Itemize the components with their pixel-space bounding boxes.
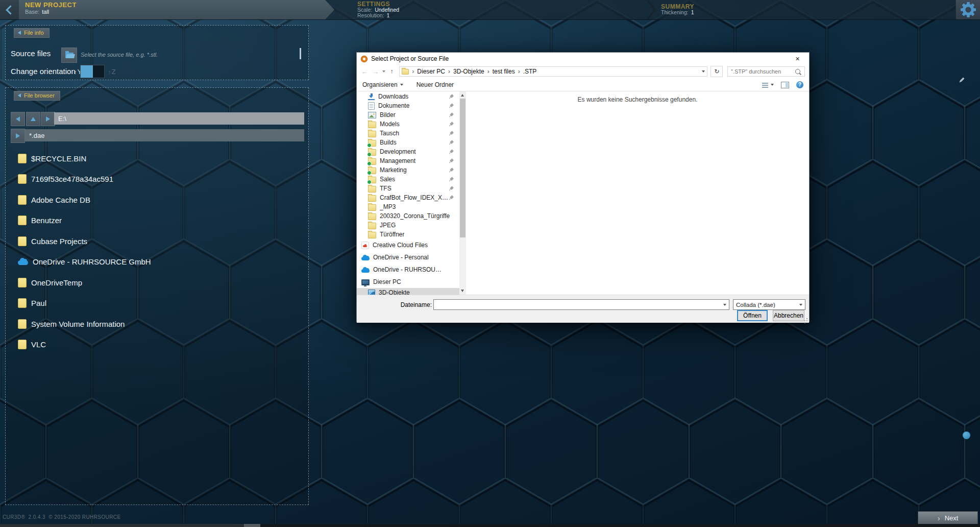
dialog-file-area[interactable]: Es wurden keine Suchergebnisse gefunden.: [466, 91, 809, 295]
filter-input[interactable]: [25, 129, 304, 141]
arrow-right-icon: →: [372, 68, 379, 76]
change-view-button[interactable]: [762, 82, 774, 88]
folder-icon: [18, 236, 27, 246]
pin-icon: [447, 185, 455, 193]
nav-item[interactable]: 200320_Corona_Türgriffe: [357, 211, 459, 221]
wizard-step-settings[interactable]: SETTINGS Scale:Undefined Resolution:1: [357, 0, 399, 19]
preview-pane-button[interactable]: [781, 82, 789, 88]
orientation-toggle[interactable]: [80, 65, 105, 78]
back-button[interactable]: [0, 0, 19, 19]
nav-item[interactable]: Marketing: [357, 165, 459, 175]
file-entry[interactable]: System Volume Information: [6, 314, 308, 334]
nav-forward-button[interactable]: →: [371, 68, 380, 76]
file-info-section-button[interactable]: File info: [14, 28, 50, 38]
refresh-button[interactable]: ↻: [710, 66, 723, 77]
nav-item[interactable]: Türöffner: [357, 230, 459, 239]
file-entry[interactable]: OneDriveTemp: [6, 272, 308, 293]
nav-item[interactable]: Management: [357, 156, 459, 165]
nav-scrollbar[interactable]: [459, 91, 466, 295]
open-button[interactable]: Öffnen: [737, 310, 768, 321]
views-icon: [762, 83, 768, 88]
recent-locations-caret-icon[interactable]: [382, 70, 385, 73]
browser-forward-button[interactable]: [41, 112, 55, 126]
search-icon: [795, 69, 800, 74]
folder-icon: [368, 195, 376, 202]
zoom-slider-knob[interactable]: [963, 432, 970, 439]
close-button[interactable]: ×: [786, 53, 809, 65]
breadcrumb-segment[interactable]: › test files: [484, 68, 515, 75]
file-entry[interactable]: Adobe Cache DB: [6, 189, 308, 210]
nav-item[interactable]: CrafBot_Flow_IDEX_XL_AME: [357, 193, 459, 202]
horizontal-scrollbar[interactable]: [0, 524, 980, 527]
file-entry[interactable]: Cubase Projects: [6, 231, 308, 252]
address-bar[interactable]: › Dieser PC › 3D-Objekte › test files: [399, 66, 707, 77]
scroll-up-arrow-icon[interactable]: [461, 94, 464, 97]
file-entry[interactable]: 7169f53ce478a34ac591: [6, 169, 308, 190]
filetype-dropdown[interactable]: Collada (*.dae): [733, 299, 805, 310]
search-input[interactable]: [730, 68, 795, 75]
creative-cloud-icon: [361, 242, 369, 249]
nav-back-button[interactable]: ←: [360, 68, 369, 76]
nav-item[interactable]: OneDrive - RUHRSOURCE GmbH: [357, 264, 459, 276]
wizard-step-new-project[interactable]: NEW PROJECT Base:tall: [19, 0, 334, 19]
nav-item[interactable]: Tausch: [357, 129, 459, 138]
folder-icon: [18, 319, 27, 329]
nav-item[interactable]: OneDrive - Personal: [357, 251, 459, 264]
nav-item[interactable]: Development: [357, 147, 459, 156]
search-box: [727, 66, 805, 77]
file-entry[interactable]: $RECYCLE.BIN: [6, 148, 308, 169]
nav-item-label: Models: [380, 121, 400, 128]
breadcrumb-segment[interactable]: › Dieser PC: [409, 68, 445, 75]
folder-icon: [18, 340, 27, 349]
breadcrumb-segment[interactable]: › .STP: [515, 68, 537, 75]
resize-grip[interactable]: [803, 317, 807, 321]
panel-scrollbar-thumb[interactable]: [300, 48, 301, 59]
scroll-down-arrow-icon[interactable]: [461, 290, 464, 292]
nav-item[interactable]: Creative Cloud Files: [357, 239, 459, 251]
file-entry[interactable]: Paul: [6, 293, 308, 314]
cancel-button[interactable]: Abbrechen: [773, 310, 804, 321]
file-entry[interactable]: Benutzer: [6, 210, 308, 231]
apply-filter-button[interactable]: [11, 129, 25, 143]
nav-item[interactable]: Downloads: [357, 92, 459, 101]
dialog-titlebar[interactable]: Select Project or Source File ×: [357, 53, 809, 65]
wizard-step-summary[interactable]: SUMMARY Thickening:1: [661, 0, 694, 19]
file-entry[interactable]: OneDrive - RUHRSOURCE GmbH: [6, 252, 308, 273]
scrollbar-thumb[interactable]: [460, 99, 465, 237]
nav-item[interactable]: 3D-Objekte: [357, 288, 459, 295]
folder-sync-icon: [368, 177, 376, 183]
nav-item[interactable]: _MP3: [357, 202, 459, 211]
next-button[interactable]: › Next: [918, 511, 978, 525]
nav-item[interactable]: Builds: [357, 138, 459, 147]
file-entry[interactable]: VLC: [6, 334, 308, 355]
arrow-right-icon: [46, 116, 50, 122]
nav-item[interactable]: Dokumente: [357, 101, 459, 110]
settings-gear-button[interactable]: [955, 0, 980, 19]
nav-item[interactable]: Dieser PC: [357, 276, 459, 288]
open-source-file-button[interactable]: [61, 47, 77, 63]
browser-up-button[interactable]: [26, 112, 40, 126]
browser-back-button[interactable]: [11, 112, 25, 126]
arrow-left-icon: [16, 116, 20, 122]
toggle-knob[interactable]: [81, 65, 93, 78]
chevron-down-icon[interactable]: [723, 304, 726, 306]
nav-item[interactable]: Sales: [357, 175, 459, 184]
folder-icon: [18, 278, 27, 288]
new-folder-button[interactable]: Neuer Ordner: [416, 81, 454, 88]
address-dropdown-caret-icon[interactable]: [702, 70, 705, 73]
breadcrumb-segment[interactable]: › 3D-Objekte: [445, 68, 484, 75]
nav-item[interactable]: Bilder: [357, 110, 459, 119]
help-icon[interactable]: [796, 81, 803, 88]
nav-item[interactable]: JPEG: [357, 221, 459, 230]
pen-icon[interactable]: [959, 77, 965, 83]
nav-item[interactable]: TFS: [357, 184, 459, 193]
organize-menu-button[interactable]: Organisieren: [362, 81, 403, 88]
arrow-up-icon: [31, 117, 36, 121]
scrollbar-thumb[interactable]: [244, 524, 260, 527]
filename-input[interactable]: [434, 300, 723, 309]
nav-item-label: _MP3: [380, 203, 396, 210]
nav-item[interactable]: Models: [357, 119, 459, 129]
path-input[interactable]: [54, 112, 304, 125]
nav-up-button[interactable]: ↑: [387, 68, 397, 75]
file-browser-section-button[interactable]: File browser: [14, 91, 60, 101]
